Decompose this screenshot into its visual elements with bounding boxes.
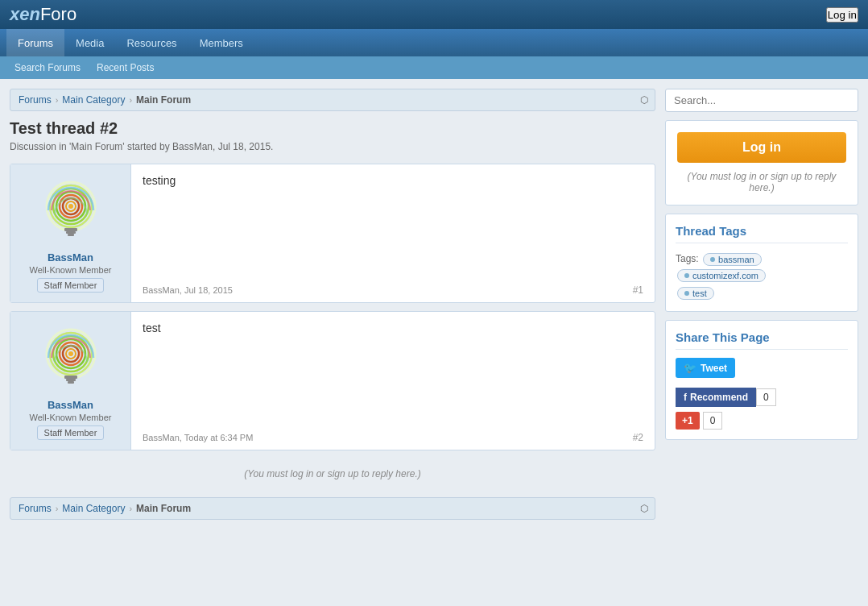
tag-dot-2 — [684, 273, 689, 278]
breadcrumb-sep-1: › — [56, 95, 59, 105]
gplus-count: 0 — [703, 412, 723, 430]
breadcrumb-bottom-main-forum[interactable]: Main Forum — [136, 503, 191, 514]
post-2-content: test — [143, 322, 643, 359]
post-2: BassMan Well-Known Member Staff Member t… — [10, 311, 655, 450]
post-1-body: testing BassMan, Jul 18, 2015 #1 — [131, 164, 655, 302]
tag-dot-3 — [684, 291, 689, 296]
breadcrumb-bottom-sep-1: › — [56, 504, 59, 513]
share-title: Share This Page — [676, 330, 848, 350]
tags-label: Tags: — [676, 253, 699, 264]
breadcrumb-top: Forums › Main Category › Main Forum ⬡ — [10, 89, 655, 111]
tag-customizexf[interactable]: customizexf.com — [677, 269, 766, 282]
post-2-body: test BassMan, Today at 6:34 PM #2 — [131, 312, 655, 450]
svg-rect-10 — [68, 234, 74, 236]
breadcrumb-forums[interactable]: Forums — [19, 94, 52, 106]
nav-item-resources[interactable]: Resources — [115, 29, 188, 56]
twitter-icon: 🐦 — [684, 362, 696, 374]
logo-xen: xen — [10, 4, 40, 24]
main-layout: Forums › Main Category › Main Forum ⬡ Te… — [0, 79, 868, 538]
recommend-row: f Recommend 0 — [676, 388, 848, 407]
svg-point-18 — [68, 351, 73, 356]
svg-rect-8 — [64, 228, 77, 231]
logo: xenForo — [10, 4, 76, 25]
tag-customizexf-label: customizexf.com — [692, 271, 758, 280]
post-2-avatar-area: BassMan Well-Known Member Staff Member — [10, 312, 131, 450]
thread-title: Test thread #2 — [10, 119, 655, 138]
nav-item-forums[interactable]: Forums — [6, 29, 64, 56]
post-2-footer: BassMan, Today at 6:34 PM #2 — [143, 432, 643, 443]
tag-bassman-label: bassman — [718, 255, 754, 264]
post-1-footer: BassMan, Jul 18, 2015 #1 — [143, 284, 643, 296]
tag-bassman[interactable]: bassman — [703, 253, 762, 266]
expand-icon-bottom[interactable]: ⬡ — [640, 503, 648, 514]
breadcrumb-bottom-main-category[interactable]: Main Category — [62, 503, 125, 514]
svg-rect-19 — [64, 376, 77, 379]
thread-tags-title: Thread Tags — [676, 224, 848, 243]
svg-rect-20 — [66, 379, 76, 381]
nav-item-members[interactable]: Members — [188, 29, 254, 56]
sidebar-login-box: Log in (You must log in or sign up to re… — [665, 120, 858, 205]
tag-test[interactable]: test — [677, 287, 714, 300]
header-login-button[interactable]: Log in — [826, 7, 858, 23]
tag-test-label: test — [692, 288, 707, 298]
post-1-avatar-area: BassMan Well-Known Member Staff Member — [10, 164, 131, 302]
recommend-count: 0 — [756, 388, 776, 406]
tag-dot-1 — [710, 257, 715, 262]
post-1-username[interactable]: BassMan — [48, 251, 93, 264]
post-2-role: Well-Known Member — [30, 413, 112, 422]
header: xenForo Log in — [0, 0, 868, 29]
post-2-number: #2 — [633, 432, 643, 443]
avatar-2 — [27, 322, 115, 394]
breadcrumb-sep-2: › — [129, 95, 132, 105]
share-box: Share This Page 🐦 Tweet f Recommend 0 +1… — [665, 320, 858, 440]
content-area: Forums › Main Category › Main Forum ⬡ Te… — [10, 89, 655, 528]
tags-line: Tags: bassman customizexf.com test — [676, 251, 848, 301]
breadcrumb-bottom: Forums › Main Category › Main Forum ⬡ — [10, 497, 655, 520]
svg-rect-21 — [68, 381, 74, 384]
post-1: BassMan Well-Known Member Staff Member t… — [10, 164, 655, 303]
post-2-badge: Staff Member — [37, 425, 105, 440]
breadcrumb-bottom-sep-2: › — [129, 504, 132, 513]
nav-item-media[interactable]: Media — [64, 29, 115, 56]
expand-icon[interactable]: ⬡ — [640, 94, 648, 106]
reply-notice: (You must log in or sign up to reply her… — [10, 459, 655, 489]
svg-rect-9 — [66, 231, 76, 234]
recommend-label: Recommend — [690, 392, 748, 403]
login-notice: (You must log in or sign up to reply her… — [677, 163, 846, 193]
breadcrumb-bottom-forums[interactable]: Forums — [19, 503, 52, 514]
tweet-label: Tweet — [701, 363, 727, 374]
post-2-username[interactable]: BassMan — [48, 399, 93, 411]
thread-meta: Discussion in 'Main Forum' started by Ba… — [10, 141, 655, 152]
thread-tags-box: Thread Tags Tags: bassman customizexf.co… — [665, 214, 858, 312]
sub-nav: Search Forums Recent Posts — [0, 56, 868, 79]
logo-foro: Foro — [40, 4, 76, 24]
login-button[interactable]: Log in — [677, 132, 846, 163]
facebook-icon: f — [684, 392, 687, 403]
post-1-badge: Staff Member — [37, 278, 105, 293]
tweet-row: 🐦 Tweet — [676, 358, 848, 383]
avatar-1 — [27, 174, 115, 247]
breadcrumb-main-category[interactable]: Main Category — [62, 94, 125, 106]
post-1-content: testing — [143, 174, 643, 211]
svg-point-7 — [68, 204, 73, 209]
post-1-number: #1 — [633, 284, 643, 296]
post-2-info: BassMan, Today at 6:34 PM — [143, 433, 253, 442]
gplus-row: +1 0 — [676, 412, 848, 430]
recommend-button[interactable]: f Recommend — [676, 388, 756, 407]
breadcrumb-main-forum[interactable]: Main Forum — [136, 94, 191, 106]
post-1-info: BassMan, Jul 18, 2015 — [143, 285, 233, 295]
gplus-button[interactable]: +1 — [676, 412, 700, 430]
sidebar: Log in (You must log in or sign up to re… — [665, 89, 858, 528]
search-input[interactable] — [665, 89, 858, 112]
tweet-button[interactable]: 🐦 Tweet — [676, 358, 735, 378]
subnav-search-forums[interactable]: Search Forums — [6, 56, 89, 79]
post-1-role: Well-Known Member — [30, 265, 112, 275]
sidebar-search-box — [665, 89, 858, 112]
subnav-recent-posts[interactable]: Recent Posts — [89, 56, 162, 79]
main-nav: Forums Media Resources Members — [0, 29, 868, 56]
